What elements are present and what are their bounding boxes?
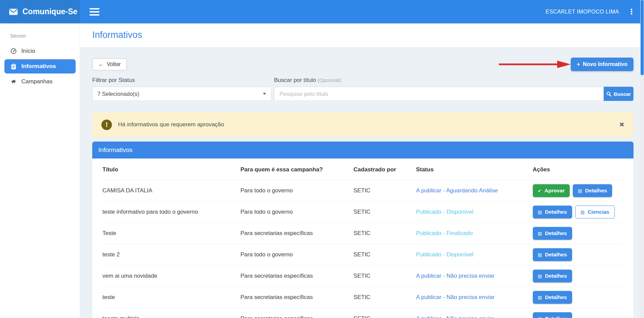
cell-titulo: CAMISA DA ITALIA [102, 180, 240, 202]
table-row: vem ai uma novidadePara secretarias espe… [102, 266, 623, 287]
panel-body: TítuloPara quem é essa campanha?Cadastra… [92, 158, 633, 318]
exclamation-icon: ! [101, 120, 112, 130]
search-button[interactable]: Buscar [604, 87, 633, 101]
cell-titulo: teeste multipla [102, 308, 240, 318]
cell-status: A publicar - Não precisa enviar [416, 287, 533, 308]
details-button[interactable]: ▤Detalhes [533, 206, 572, 218]
search-button-label: Buscar [614, 91, 631, 97]
app-logo[interactable]: Comunique-Se [0, 0, 80, 23]
details-button[interactable]: ▤Detalhes [533, 312, 572, 318]
kebab-menu-icon[interactable]: ⋮ [628, 8, 635, 16]
menu-toggle-button[interactable] [86, 7, 103, 17]
cell-acoes: ✔Aprovar▤Detalhes [533, 180, 623, 202]
back-button-label: Voltar [107, 61, 121, 67]
sidebar-item-label: Informativos [21, 63, 56, 70]
search-input[interactable] [274, 87, 604, 101]
column-header: Cadastrado por [353, 158, 416, 180]
sidebar-item-label: Início [21, 48, 35, 55]
scrollbar-track[interactable] [640, 0, 644, 318]
informativos-panel: Informativos TítuloPara quem é essa camp… [92, 142, 633, 318]
table-row: teeste multiplaPara secretarias específi… [102, 308, 623, 318]
close-icon[interactable]: ✖ [619, 121, 624, 128]
search-icon [606, 91, 611, 97]
table-body: CAMISA DA ITALIAPara todo o governoSETIC… [102, 180, 623, 318]
cell-titulo: Teste [102, 223, 240, 244]
details-button[interactable]: ▤Detalhes [533, 227, 572, 240]
documents-icon: ▤ [581, 210, 585, 214]
cell-cadastrado-por: SETIC [353, 180, 416, 202]
ciencias-button[interactable]: ▤Ciencias [575, 206, 615, 218]
sidebar-item-informativos[interactable]: Informativos [4, 59, 76, 73]
cell-acoes: ▤Detalhes [533, 308, 623, 318]
sidebar-item-inicio[interactable]: Início [0, 44, 80, 58]
annotation-arrow [498, 60, 571, 69]
new-informativo-button[interactable]: + Novo Informativo [571, 58, 633, 71]
approval-alert: ! Há informativos que requerem aprovação… [92, 112, 633, 137]
back-button[interactable]: ← Voltar [92, 58, 127, 70]
navbar-main: ESCARLET IMOPOCO LIMA ⋮ [80, 0, 644, 23]
status-link[interactable]: Publicado - Disponível [416, 251, 473, 258]
panel-title: Informativos [92, 142, 633, 158]
cell-acoes: ▤Detalhes [533, 266, 623, 287]
status-filter-label: Filtrar por Status [92, 77, 271, 84]
details-button-label: Detalhes [545, 209, 567, 215]
cell-cadastrado-por: SETIC [353, 266, 416, 287]
cell-status: A publicar - Aguardando Análise [416, 180, 533, 202]
details-button[interactable]: ▤Detalhes [533, 248, 572, 261]
ciencias-button-label: Ciencias [588, 209, 609, 215]
cell-acoes: ▤Detalhes [533, 223, 623, 244]
document-icon: ▤ [538, 274, 542, 278]
status-link[interactable]: A publicar - Não precisa enviar [416, 315, 495, 318]
column-header: Status [416, 158, 533, 180]
status-link[interactable]: A publicar - Aguardando Análise [416, 187, 498, 194]
cell-cadastrado-por: SETIC [353, 223, 416, 244]
caret-down-icon [263, 93, 266, 95]
status-filter-value: 7 Selecionado(s) [97, 91, 139, 97]
search-label-hint: (Opcional) [318, 77, 341, 83]
plus-icon: + [577, 61, 580, 67]
cell-titulo: teste informativo para todo o governo [102, 202, 240, 223]
alert-message: Há informativos que requerem aprovação [118, 121, 224, 128]
cell-titulo: teste 2 [102, 244, 240, 266]
details-button-label: Detalhes [585, 188, 607, 194]
column-header: Para quem é essa campanha? [240, 158, 353, 180]
column-header: Título [102, 158, 240, 180]
check-icon: ✔ [538, 189, 542, 193]
status-link[interactable]: Publicado - Disponível [416, 209, 473, 215]
table-row: TestePara secretarias específicasSETICPu… [102, 223, 623, 244]
details-button[interactable]: ▤Detalhes [533, 291, 572, 304]
details-button[interactable]: ▤Detalhes [573, 184, 612, 197]
sidebar-section-label: Secom [0, 23, 80, 44]
cell-cadastrado-por: SETIC [353, 244, 416, 266]
details-button[interactable]: ▤Detalhes [533, 270, 572, 282]
page-body: ← Voltar + Novo Informativo Filtrar por … [80, 48, 644, 318]
status-link[interactable]: A publicar - Não precisa enviar [416, 294, 495, 300]
table-row: teste 2Para todo o governoSETICPublicado… [102, 244, 623, 266]
column-header: Ações [533, 158, 623, 180]
details-button-label: Detalhes [545, 230, 567, 236]
table-row: testePara secretarias específicasSETICA … [102, 287, 623, 308]
sidebar-item-campanhas[interactable]: Campanhas [0, 75, 80, 89]
scrollbar-thumb[interactable] [641, 0, 644, 75]
document-icon: ▤ [538, 295, 542, 300]
cell-acoes: ▤Detalhes▤Ciencias [533, 202, 623, 223]
details-button-label: Detalhes [545, 252, 567, 258]
search-label-text: Buscar por título [274, 77, 316, 83]
cell-para-quem: Para secretarias específicas [240, 308, 353, 318]
cell-cadastrado-por: SETIC [353, 308, 416, 318]
sidebar: Secom InícioInformativosCampanhas [0, 23, 80, 318]
cell-status: Publicado - Disponível [416, 202, 533, 223]
status-link[interactable]: A publicar - Não precisa enviar [416, 273, 495, 279]
page-header: Informativos [80, 23, 644, 48]
approve-button-label: Aprovar [545, 188, 565, 194]
status-filter-select[interactable]: 7 Selecionado(s) [92, 87, 271, 101]
approve-button[interactable]: ✔Aprovar [533, 184, 570, 197]
document-icon: ▤ [538, 231, 542, 236]
top-navbar: Comunique-Se ESCARLET IMOPOCO LIMA ⋮ [0, 0, 644, 23]
status-link[interactable]: Publicado - Finalizado [416, 230, 473, 236]
details-button-label: Detalhes [545, 273, 567, 279]
user-name[interactable]: ESCARLET IMOPOCO LIMA [546, 9, 619, 15]
cell-para-quem: Para secretarias específicas [240, 266, 353, 287]
sidebar-item-label: Campanhas [21, 78, 53, 85]
document-icon: ▤ [538, 210, 542, 214]
